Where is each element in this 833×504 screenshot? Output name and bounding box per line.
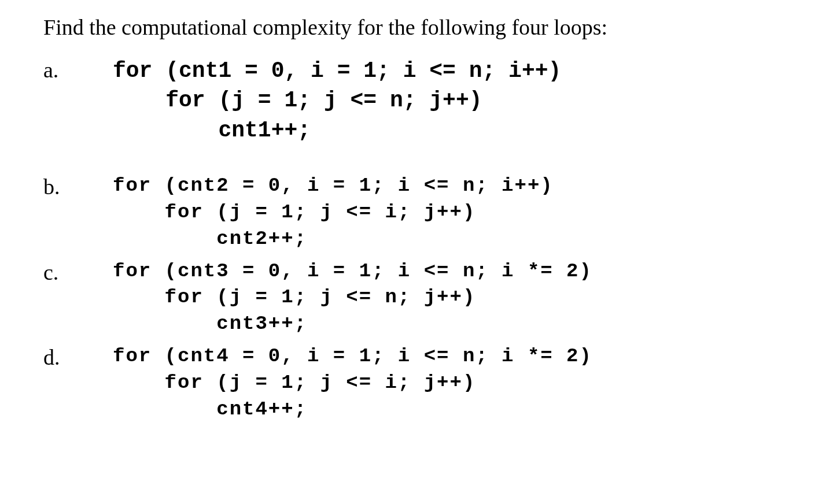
problem-item-a: a. for (cnt1 = 0, i = 1; i <= n; i++) fo…	[43, 56, 790, 145]
code-block: for (cnt1 = 0, i = 1; i <= n; i++) for (…	[113, 56, 561, 145]
item-label: d.	[43, 343, 113, 372]
item-label: a.	[43, 56, 113, 84]
code-block: for (cnt3 = 0, i = 1; i <= n; i *= 2) fo…	[113, 258, 592, 338]
page-title: Find the computational complexity for th…	[43, 14, 790, 40]
code-block: for (cnt4 = 0, i = 1; i <= n; i *= 2) fo…	[113, 343, 592, 423]
item-label: b.	[43, 173, 113, 201]
problem-item-c: c. for (cnt3 = 0, i = 1; i <= n; i *= 2)…	[43, 258, 790, 338]
problem-item-d: d. for (cnt4 = 0, i = 1; i <= n; i *= 2)…	[43, 343, 790, 423]
code-block: for (cnt2 = 0, i = 1; i <= n; i++) for (…	[113, 173, 554, 253]
problem-item-b: b. for (cnt2 = 0, i = 1; i <= n; i++) fo…	[43, 173, 790, 253]
item-label: c.	[43, 258, 113, 287]
